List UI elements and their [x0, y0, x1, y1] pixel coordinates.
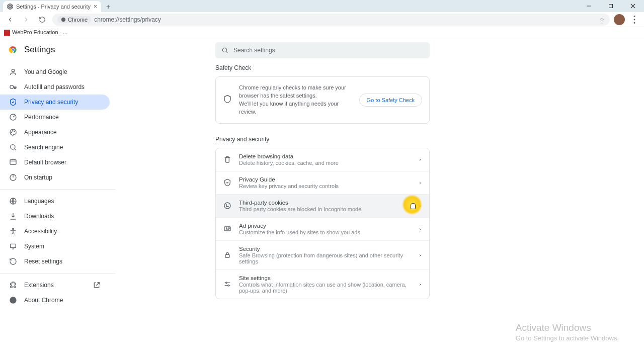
maximize-button[interactable]	[600, 0, 622, 12]
svg-point-34	[228, 207, 228, 207]
svg-point-27	[13, 228, 14, 230]
browser-tab[interactable]: Settings - Privacy and security ×	[3, 1, 101, 12]
tab-close-icon[interactable]: ×	[94, 3, 97, 10]
svg-point-17	[11, 132, 12, 132]
row-delete-browsing-data[interactable]: Delete browsing dataDelete history, cook…	[216, 148, 429, 171]
chrome-menu-icon[interactable]	[629, 14, 640, 25]
bookmark-favicon-icon	[4, 30, 10, 36]
sidebar-item-downloads[interactable]: Downloads	[0, 209, 110, 224]
svg-point-32	[224, 203, 230, 209]
go-to-safety-check-button[interactable]: Go to Safety Check	[359, 94, 422, 107]
chevron-right-icon	[418, 224, 422, 233]
omnibox-url: chrome://settings/privacy	[94, 16, 161, 23]
chevron-right-icon	[418, 201, 422, 210]
svg-point-8	[634, 22, 635, 23]
privacy-list: Delete browsing dataDelete history, cook…	[215, 148, 430, 299]
row-security[interactable]: SecuritySafe Browsing (protection from d…	[216, 241, 429, 270]
chevron-right-icon	[418, 250, 422, 259]
sidebar-item-on-startup[interactable]: On startup	[0, 170, 110, 185]
svg-point-0	[10, 6, 11, 8]
svg-point-39	[226, 282, 227, 284]
sidebar-item-autofill[interactable]: Autofill and passwords	[0, 79, 110, 95]
search-icon	[221, 47, 228, 54]
new-tab-button[interactable]: +	[106, 1, 110, 12]
chevron-right-icon	[418, 155, 422, 164]
tab-title: Settings - Privacy and security	[16, 4, 91, 10]
sidebar-item-languages[interactable]: Languages	[0, 194, 110, 209]
page-title: Settings	[24, 45, 55, 55]
svg-point-19	[14, 131, 15, 131]
settings-favicon-icon	[7, 4, 13, 10]
window-titlebar: Settings - Privacy and security × +	[0, 0, 644, 12]
svg-rect-22	[10, 160, 16, 164]
trash-icon	[223, 155, 232, 163]
address-bar[interactable]: Chrome chrome://settings/privacy ☆	[52, 14, 610, 26]
safety-text: Chrome regularly checks to make sure you…	[239, 84, 352, 116]
search-settings-input[interactable]: Search settings	[215, 42, 430, 58]
minimize-button[interactable]	[578, 0, 600, 12]
safety-check-heading: Safety Check	[215, 64, 430, 71]
row-ad-privacy[interactable]: Ad privacyCustomize the info used by sit…	[216, 218, 429, 241]
sidebar-item-about[interactable]: About Chrome	[0, 293, 110, 308]
sidebar-item-system[interactable]: System	[0, 239, 110, 254]
svg-point-6	[634, 16, 635, 17]
svg-point-12	[222, 48, 226, 52]
sidebar-item-appearance[interactable]: Appearance	[0, 125, 110, 140]
sidebar-item-extensions[interactable]: Extensions	[0, 278, 110, 293]
svg-line-21	[15, 149, 16, 150]
browser-toolbar: Chrome chrome://settings/privacy ☆	[0, 12, 644, 27]
sidebar-item-search-engine[interactable]: Search engine	[0, 140, 110, 155]
close-window-button[interactable]	[622, 0, 644, 12]
reload-button[interactable]	[36, 14, 48, 26]
window-controls	[578, 0, 644, 12]
chevron-right-icon	[418, 280, 422, 289]
nav-separator	[0, 273, 116, 274]
back-button[interactable]	[4, 14, 16, 26]
bookmarks-bar: WebPro Education - ...	[0, 27, 644, 38]
svg-point-20	[11, 145, 15, 149]
row-site-settings[interactable]: Site settingsControls what information s…	[216, 270, 429, 299]
settings-sidebar: You and Google Autofill and passwords Pr…	[0, 61, 116, 308]
svg-point-5	[61, 17, 65, 21]
main-content: Safety Check Chrome regularly checks to …	[215, 64, 430, 299]
shield-check-icon	[223, 178, 232, 187]
chrome-logo-icon	[8, 45, 18, 55]
ad-icon	[223, 225, 232, 233]
svg-point-31	[10, 297, 16, 303]
omnibox-chip: Chrome	[57, 16, 91, 23]
bookmark-star-icon[interactable]: ☆	[599, 16, 605, 23]
nav-separator	[0, 189, 116, 190]
privacy-heading: Privacy and security	[215, 136, 430, 143]
svg-point-15	[10, 85, 14, 89]
safety-icon	[223, 95, 232, 106]
cookie-icon	[223, 202, 232, 210]
svg-line-13	[226, 52, 228, 53]
search-placeholder: Search settings	[233, 47, 275, 54]
sidebar-item-you-google[interactable]: You and Google	[0, 64, 110, 79]
sidebar-item-default-browser[interactable]: Default browser	[0, 155, 110, 170]
svg-rect-37	[225, 255, 229, 258]
sidebar-item-reset[interactable]: Reset settings	[0, 254, 110, 269]
bookmark-item[interactable]: WebPro Education - ...	[4, 29, 67, 36]
sidebar-item-accessibility[interactable]: Accessibility	[0, 224, 110, 239]
lock-icon	[223, 251, 232, 259]
svg-rect-2	[609, 5, 613, 8]
svg-point-35	[226, 207, 227, 207]
safety-check-card: Chrome regularly checks to make sure you…	[215, 76, 430, 124]
sidebar-item-performance[interactable]: Performance	[0, 110, 110, 125]
profile-avatar[interactable]	[614, 14, 625, 25]
sidebar-item-privacy[interactable]: Privacy and security	[0, 95, 110, 110]
activate-windows-watermark: Activate Windows Go to Settings to activ…	[516, 322, 619, 342]
external-link-icon	[93, 281, 101, 289]
svg-point-41	[228, 285, 229, 287]
svg-point-14	[12, 69, 14, 72]
svg-rect-28	[11, 244, 16, 247]
chevron-right-icon	[418, 178, 422, 187]
sliders-icon	[223, 280, 232, 288]
svg-point-18	[13, 131, 13, 131]
forward-button[interactable]	[20, 14, 32, 26]
svg-point-33	[226, 205, 226, 205]
row-privacy-guide[interactable]: Privacy GuideReview key privacy and secu…	[216, 171, 429, 195]
svg-point-7	[634, 19, 635, 20]
row-third-party-cookies[interactable]: Third-party cookiesThird-party cookies a…	[216, 195, 429, 218]
